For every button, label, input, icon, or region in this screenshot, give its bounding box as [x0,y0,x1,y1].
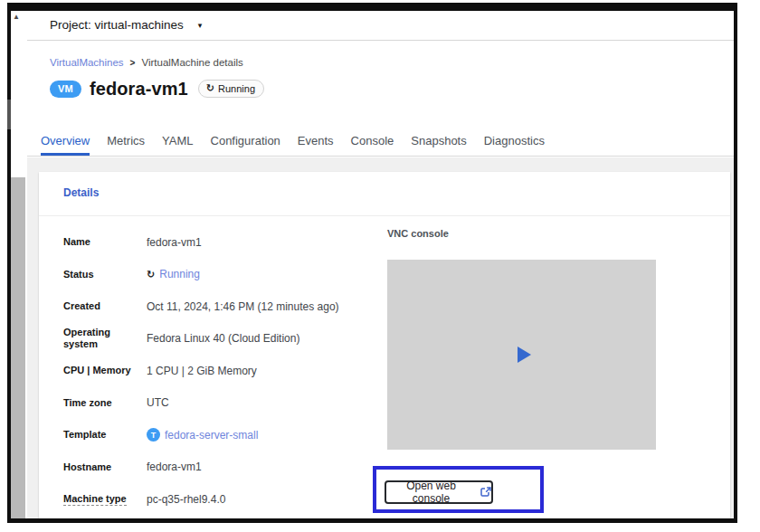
caret-down-icon: ▾ [198,21,203,30]
external-link-icon [480,487,491,498]
detail-value: UTC [147,396,169,409]
page-title: fedora-vm1 [90,79,188,100]
detail-label: Operating system [63,327,147,350]
detail-row-hostname: Hostname fedora-vm1 [63,451,394,484]
tab-snapshots[interactable]: Snapshots [411,125,466,156]
detail-value: Fedora Linux 40 (Cloud Edition) [147,332,299,345]
status-badge[interactable]: ↻ Running [198,80,264,98]
page-header: VM fedora-vm1 ↻ Running [50,77,264,100]
breadcrumb-separator-icon: > [130,58,136,68]
status-badge-label: Running [218,83,255,94]
detail-row-created: Created Oct 11, 2024, 1:46 PM (12 minute… [63,290,394,323]
content-area: Details Name fedora-vm1 Status ↻ Running [27,157,734,518]
breadcrumb-link-virtualmachines[interactable]: VirtualMachines [50,57,124,68]
tab-diagnostics[interactable]: Diagnostics [484,125,545,156]
open-web-console-label: Open web console [386,480,476,505]
detail-value: pc-q35-rhel9.4.0 [147,493,225,506]
detail-label: Time zone [63,397,147,409]
details-list: Name fedora-vm1 Status ↻ Running Created [63,226,394,516]
tab-bar: Overview Metrics YAML Configuration Even… [27,125,734,157]
details-card-title-link[interactable]: Details [63,186,99,199]
detail-label: Hostname [63,461,147,473]
machine-type-help-label[interactable]: Machine type [63,493,127,506]
template-link[interactable]: fedora-server-small [165,429,258,442]
detail-label: Created [63,300,147,312]
scroll-up-icon[interactable]: ▲ [13,13,20,21]
detail-row-cpu-memory: CPU | Memory 1 CPU | 2 GiB Memory [63,355,394,387]
detail-row-operating-system: Operating system Fedora Linux 40 (Cloud … [63,323,394,356]
detail-value: 1 CPU | 2 GiB Memory [147,365,257,377]
project-selector-label: Project: virtual-machines [50,18,184,32]
project-selector[interactable]: Project: virtual-machines ▾ [50,18,202,32]
vm-kind-badge: VM [50,81,81,98]
details-card: Details Name fedora-vm1 Status ↻ Running [39,172,730,518]
detail-row-time-zone: Time zone UTC [63,387,394,420]
detail-label: Status [63,269,147,280]
open-web-console-button[interactable]: Open web console [385,480,493,504]
detail-row-name: Name fedora-vm1 [63,226,394,259]
template-kind-badge: T [147,428,160,442]
tab-metrics[interactable]: Metrics [107,125,145,156]
project-bar: Project: virtual-machines ▾ [27,11,734,40]
scrollbar-thumb[interactable] [7,100,11,129]
tab-configuration[interactable]: Configuration [211,125,280,156]
breadcrumb-current: VirtualMachine details [141,57,242,68]
tab-events[interactable]: Events [298,125,334,156]
detail-row-machine-type: Machine type pc-q35-rhel9.4.0 [63,483,394,516]
detail-value: Oct 11, 2024, 1:46 PM (12 minutes ago) [147,300,339,313]
sync-icon: ↻ [206,82,214,94]
detail-value: fedora-vm1 [147,461,202,473]
detail-value: fedora-vm1 [147,236,202,249]
vnc-console-preview[interactable] [387,260,656,450]
sync-icon: ↻ [147,269,155,280]
detail-row-template: Template T fedora-server-small [63,419,394,451]
status-running-link[interactable]: Running [159,268,200,280]
detail-row-status: Status ↻ Running [63,259,394,291]
tab-console[interactable]: Console [351,125,394,156]
detail-label: CPU | Memory [63,365,147,376]
play-icon[interactable] [518,347,531,363]
detail-label: Template [63,429,147,441]
tab-yaml[interactable]: YAML [162,125,193,156]
scrollbar-thumb[interactable] [11,177,25,518]
breadcrumb: VirtualMachines > VirtualMachine details [50,57,243,68]
tab-overview[interactable]: Overview [41,125,90,156]
divider [27,40,734,41]
divider [39,215,730,216]
left-scrollbar[interactable]: ▲ [11,11,27,518]
detail-label: Name [63,236,147,248]
vnc-console-label: VNC console [387,228,449,239]
screenshot-frame: ▲ Project: virtual-machines ▾ VirtualMac… [7,3,737,523]
